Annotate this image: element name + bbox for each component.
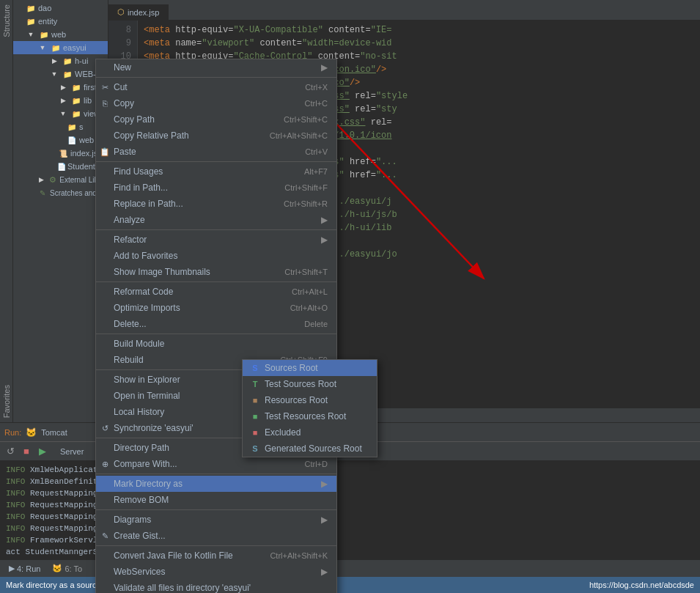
tree-item-external-libs[interactable]: ▶ ⚙ External Libra bbox=[13, 173, 108, 186]
status-url: https://blog.csdn.net/abcdsde bbox=[589, 581, 694, 589]
tree-item-lib[interactable]: ▶ 📁 lib bbox=[13, 94, 108, 107]
tree-item-web[interactable]: ▼ 📁 web bbox=[13, 28, 108, 41]
library-icon: ⚙ bbox=[48, 174, 59, 185]
tomcat-label: Tomcat bbox=[41, 428, 67, 437]
tab-run[interactable]: ▶ 4: Run bbox=[3, 562, 46, 575]
arrow-down-icon: ▼ bbox=[48, 68, 60, 80]
line-num: 8 bbox=[108, 23, 137, 37]
folder-icon: 📁 bbox=[25, 15, 37, 27]
stop-icon[interactable]: ■ bbox=[19, 444, 34, 459]
tree-item-indexjs[interactable]: 📜 index.js bbox=[13, 147, 108, 160]
resources-root-icon: ■ bbox=[248, 395, 262, 405]
editor-tab-index[interactable]: ⬡ index.jsp bbox=[108, 4, 169, 20]
copy-icon: ⎘ bbox=[99, 99, 111, 108]
tree-item-dao[interactable]: 📁 dao bbox=[13, 1, 108, 15]
test-resources-root-icon: ■ bbox=[248, 411, 262, 421]
code-line: <meta name="viewport" content="width=dev… bbox=[144, 37, 694, 50]
menu-paste[interactable]: 📋 Paste Ctrl+V bbox=[96, 144, 336, 160]
submenu-arrow-icon: ▶ bbox=[321, 235, 328, 245]
menu-show-thumbnails[interactable]: Show Image Thumbnails Ctrl+Shift+T bbox=[96, 264, 336, 280]
tree-item-scratches[interactable]: ✎ Scratches and bbox=[13, 186, 108, 199]
folder-icon: 📁 bbox=[38, 29, 50, 40]
arrow-down-icon: ▼ bbox=[25, 29, 37, 40]
submenu-test-resources-root[interactable]: ■ Test Resources Root bbox=[243, 408, 377, 422]
submenu-arrow-icon: ▶ bbox=[321, 215, 328, 225]
tab-file-icon: ⬡ bbox=[117, 7, 125, 17]
folder-icon: 📁 bbox=[66, 121, 78, 133]
code-line: <meta http-equiv="X-UA-Compatible" conte… bbox=[144, 23, 694, 37]
file-icon: 📄 bbox=[57, 161, 66, 172]
menu-build-module[interactable]: Build Module bbox=[96, 336, 336, 352]
folder-icon: 📁 bbox=[25, 2, 37, 14]
sources-root-icon: S bbox=[248, 363, 262, 373]
tree-item-s[interactable]: 📁 s bbox=[13, 120, 108, 133]
file-icon: 📄 bbox=[66, 134, 78, 146]
arrow-down-icon: ▼ bbox=[37, 42, 48, 54]
menu-analyze[interactable]: Analyze ▶ bbox=[96, 212, 336, 228]
arrow-right-icon: ▶ bbox=[48, 55, 60, 67]
menu-new[interactable]: New ▶ bbox=[96, 59, 336, 75]
tab-6-to[interactable]: 🐱 6: To bbox=[46, 562, 88, 575]
menu-cut[interactable]: ✂ Cut Ctrl+X bbox=[96, 79, 336, 95]
arrow-down-icon: ▼ bbox=[57, 108, 69, 119]
folder-icon: 📁 bbox=[50, 42, 62, 54]
tree-item-entity[interactable]: 📁 entity bbox=[13, 15, 108, 28]
menu-delete[interactable]: Delete... Delete bbox=[96, 316, 336, 332]
menu-add-favorites[interactable]: Add to Favorites bbox=[96, 248, 336, 264]
menu-refactor[interactable]: Refactor ▶ bbox=[96, 232, 336, 248]
menu-copy-relative-path[interactable]: Copy Relative Path Ctrl+Alt+Shift+C bbox=[96, 128, 336, 144]
favorites-panel-label[interactable]: Favorites bbox=[0, 380, 13, 422]
main-container: Structure Favorites 📁 dao 📁 entity ▼ 📁 w… bbox=[0, 0, 700, 593]
folder-icon: 📁 bbox=[62, 68, 73, 80]
menu-find-in-path[interactable]: Find in Path... Ctrl+Shift+F bbox=[96, 180, 336, 196]
submenu-resources-root[interactable]: ■ Resources Root bbox=[243, 392, 377, 408]
menu-reformat[interactable]: Reformat Code Ctrl+Alt+L bbox=[96, 284, 336, 300]
run-icon[interactable]: ▶ bbox=[35, 444, 50, 459]
arrow-right-icon: ▶ bbox=[57, 95, 69, 106]
menu-find-usages[interactable]: Find Usages Alt+F7 bbox=[96, 163, 336, 180]
tree-item-studentma[interactable]: 📄 StudentMa bbox=[13, 160, 108, 173]
js-file-icon: 📜 bbox=[57, 147, 69, 159]
tree-item-hui[interactable]: ▶ 📁 h-ui bbox=[13, 54, 108, 67]
tab-server[interactable]: Server bbox=[54, 446, 89, 457]
line-num: 9 bbox=[108, 37, 137, 50]
far-left-panel: Structure Favorites bbox=[0, 0, 13, 422]
menu-replace-in-path[interactable]: Replace in Path... Ctrl+Shift+R bbox=[96, 196, 336, 212]
submenu-sources-root[interactable]: S Sources Root bbox=[243, 360, 377, 376]
arrow-right-icon: ▶ bbox=[37, 174, 47, 185]
content-area: Structure Favorites 📁 dao 📁 entity ▼ 📁 w… bbox=[0, 0, 700, 422]
folder-icon: 📁 bbox=[70, 95, 82, 106]
test-sources-root-icon: T bbox=[248, 379, 262, 389]
folder-icon: 📁 bbox=[62, 55, 73, 67]
restart-icon[interactable]: ↺ bbox=[3, 444, 18, 459]
folder-icon: 📁 bbox=[70, 108, 82, 119]
menu-optimize-imports[interactable]: Optimize Imports Ctrl+Alt+O bbox=[96, 300, 336, 316]
tree-item-webin[interactable]: ▼ 📁 WEB-IN bbox=[13, 67, 108, 81]
tree-item-web-file[interactable]: 📄 web bbox=[13, 133, 108, 147]
menu-copy-path[interactable]: Copy Path Ctrl+Shift+C bbox=[96, 111, 336, 128]
submenu-test-sources-root[interactable]: T Test Sources Root bbox=[243, 376, 377, 392]
tomcat-icon: 🐱 bbox=[26, 427, 37, 438]
menu-copy[interactable]: ⎘ Copy Ctrl+C bbox=[96, 95, 336, 111]
tree-item-easyui[interactable]: ▼ 📁 easyui bbox=[13, 41, 108, 54]
file-tree: 📁 dao 📁 entity ▼ 📁 web ▼ 📁 easyui ▶ 📁 h-… bbox=[13, 0, 108, 422]
cut-icon: ✂ bbox=[99, 83, 111, 92]
paste-icon: 📋 bbox=[99, 147, 111, 157]
arrow-right-icon: ▶ bbox=[57, 81, 69, 93]
folder-icon: 📁 bbox=[70, 81, 82, 93]
structure-panel-label[interactable]: Structure bbox=[0, 0, 13, 42]
scratches-icon: ✎ bbox=[37, 187, 48, 199]
mark-directory-submenu: S Sources Root T Test Sources Root ■ Res… bbox=[242, 359, 377, 422]
tree-item-first[interactable]: ▶ 📁 first bbox=[13, 81, 108, 94]
tree-item-view[interactable]: ▼ 📁 view bbox=[13, 107, 108, 120]
editor-tabs: ⬡ index.jsp bbox=[108, 0, 700, 21]
run-label: Run: bbox=[4, 428, 21, 437]
submenu-arrow-icon: ▶ bbox=[321, 62, 328, 73]
